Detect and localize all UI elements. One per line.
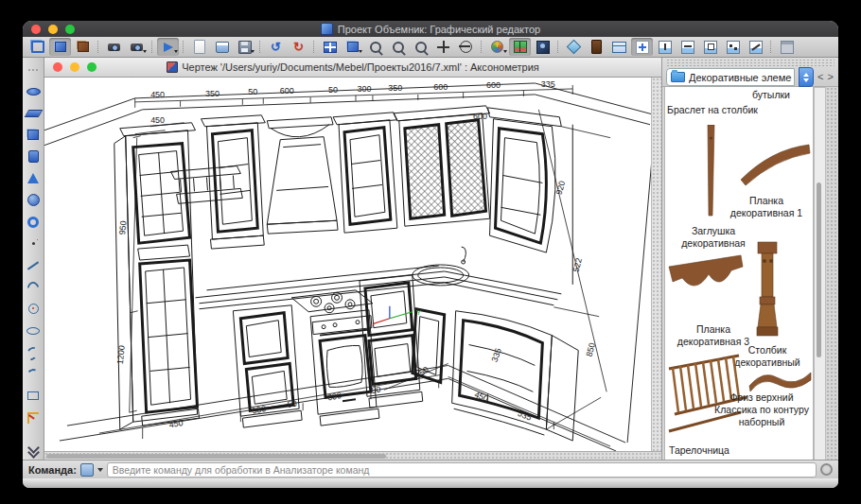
- calculator-button[interactable]: [776, 38, 798, 56]
- zoom-in-icon: [415, 42, 427, 53]
- polyline-arc-tool[interactable]: [24, 365, 43, 383]
- paint-icon: [491, 41, 503, 53]
- scrollbar-thumb[interactable]: [817, 182, 821, 357]
- svg-text:350: 350: [388, 83, 402, 93]
- decor-thumbnail-curved-plank[interactable]: [739, 142, 813, 189]
- panel-icon: [24, 110, 43, 117]
- zoom-dynamic-button[interactable]: [387, 38, 409, 56]
- new-document-button[interactable]: [188, 38, 210, 56]
- spline-tool[interactable]: [24, 343, 43, 361]
- decor-item-label: Заглушка декоративная: [667, 225, 760, 250]
- drawing-canvas[interactable]: Y 450 350 50 600 50 300 350 600: [44, 78, 661, 451]
- corner-tool[interactable]: [24, 408, 43, 426]
- cube-solid-button[interactable]: [49, 38, 71, 56]
- edit-vertex-button[interactable]: [654, 38, 676, 56]
- arc-tool[interactable]: [24, 278, 43, 296]
- paint-menu-button[interactable]: [486, 38, 508, 56]
- decor-item-list[interactable]: бутылки Браслет на столбик Планка декора…: [664, 87, 814, 461]
- cube-tool[interactable]: [24, 126, 43, 144]
- cube-wireframe-button[interactable]: [26, 38, 48, 56]
- box-tool[interactable]: [24, 148, 43, 165]
- sphere-tool[interactable]: [24, 191, 43, 209]
- circle-tool[interactable]: [24, 300, 43, 318]
- open-document-button[interactable]: [211, 38, 233, 56]
- ellipse-tool[interactable]: [24, 322, 43, 339]
- dropdown-arrow-icon[interactable]: [97, 468, 103, 472]
- viewports-button[interactable]: [319, 38, 341, 56]
- add-button[interactable]: [631, 38, 653, 56]
- cube-crate-button[interactable]: [72, 38, 94, 56]
- panel-drag-handle[interactable]: [666, 59, 835, 66]
- document-title-bar[interactable]: Чертеж '/Users/yuriy/Documents/Mebel/Про…: [44, 58, 661, 78]
- redo-button[interactable]: ↻: [288, 38, 309, 56]
- camera-menu-button[interactable]: [126, 38, 148, 56]
- texture-mapping-button[interactable]: [532, 38, 554, 56]
- stretch-button[interactable]: [676, 38, 698, 56]
- left-toolbar: [23, 58, 44, 461]
- window-footer: [23, 478, 838, 488]
- decor-item-label: Браслет на столбик: [667, 104, 781, 116]
- gear-icon[interactable]: [820, 463, 833, 476]
- decor-item-label: Планка декоративная 1: [718, 195, 814, 219]
- scrollbar-thumb[interactable]: [46, 454, 386, 459]
- cube-icon: [27, 130, 39, 140]
- rectangle-tool[interactable]: [24, 387, 43, 405]
- doc-minimize-button[interactable]: [70, 62, 79, 72]
- orbit-button[interactable]: [455, 38, 477, 56]
- dropdown-arrow-icon: [143, 50, 147, 53]
- nav-back-button[interactable]: <: [817, 69, 823, 85]
- camera-menu-icon: [131, 43, 143, 51]
- materials-button[interactable]: [509, 38, 531, 56]
- line-tool[interactable]: [24, 256, 43, 274]
- disc-tool[interactable]: [24, 82, 43, 100]
- move-nodes-button[interactable]: [722, 38, 744, 56]
- play-menu-button[interactable]: [157, 38, 179, 56]
- doc-zoom-button[interactable]: [87, 62, 97, 72]
- copy-object-button[interactable]: [699, 38, 721, 56]
- cone-icon: [27, 173, 39, 183]
- undo-button[interactable]: ↺: [265, 38, 287, 56]
- table-button[interactable]: [608, 38, 630, 56]
- close-button[interactable]: [31, 25, 41, 34]
- minimize-button[interactable]: [48, 25, 58, 34]
- canvas-vertical-scrollbar[interactable]: [651, 78, 661, 451]
- camera-icon: [108, 43, 120, 51]
- command-label: Команда:: [28, 464, 77, 476]
- cube-wireframe-icon: [31, 41, 44, 53]
- cone-tool[interactable]: [24, 169, 43, 187]
- more-tools-button[interactable]: [24, 441, 43, 459]
- box-menu-button[interactable]: [342, 38, 363, 56]
- command-input[interactable]: [107, 462, 817, 478]
- stretch-icon: [681, 41, 694, 54]
- svg-text:600: 600: [473, 112, 487, 121]
- pan-button[interactable]: [432, 38, 454, 56]
- torus-tool[interactable]: [24, 213, 43, 231]
- panel-tool[interactable]: [24, 104, 43, 122]
- save-menu-button[interactable]: [234, 38, 255, 56]
- svg-text:350: 350: [205, 89, 220, 98]
- svg-text:600: 600: [486, 80, 501, 90]
- zoom-in-button[interactable]: [410, 38, 431, 56]
- category-select[interactable]: Декоративные элементы: [666, 68, 795, 86]
- box-icon: [28, 150, 39, 163]
- panel-scrollbar[interactable]: [814, 87, 826, 462]
- door-button[interactable]: [586, 38, 607, 56]
- camera-button[interactable]: [103, 38, 125, 56]
- point-tool[interactable]: [24, 235, 43, 252]
- svg-text:335: 335: [489, 347, 503, 363]
- zoom-window-button[interactable]: [364, 38, 386, 56]
- nav-forward-button[interactable]: >: [827, 69, 833, 85]
- category-stepper[interactable]: [799, 67, 814, 87]
- gem-button[interactable]: [563, 38, 585, 56]
- rectangle-icon: [27, 391, 39, 400]
- doc-close-button[interactable]: [53, 62, 62, 72]
- decor-thumbnail-corbel[interactable]: [667, 253, 745, 316]
- edit-vertex-icon: [659, 41, 672, 54]
- zoom-dynamic-icon: [393, 42, 404, 53]
- zoom-button[interactable]: [65, 25, 75, 34]
- knife-button[interactable]: [745, 38, 766, 56]
- title-bar[interactable]: Проект Объемник: Графический редактор: [23, 21, 838, 37]
- chevron-down-icon: [803, 78, 809, 82]
- command-history-icon[interactable]: [80, 463, 94, 477]
- materials-icon: [514, 41, 527, 53]
